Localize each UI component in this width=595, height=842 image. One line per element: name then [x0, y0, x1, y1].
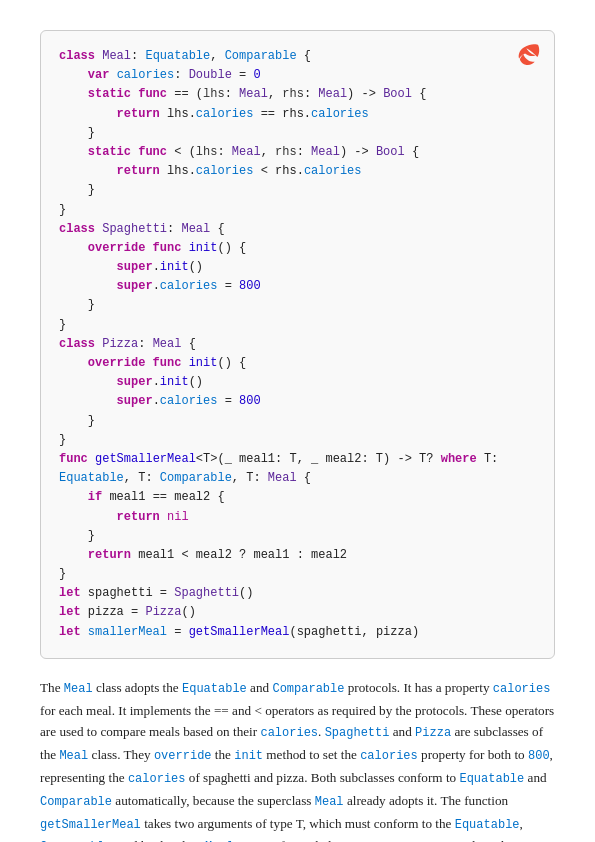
code-line-14: override func init() {: [59, 239, 536, 258]
code-line-35: let spaghetti = Spaghetti(): [59, 584, 536, 603]
code-line-2: var calories: Double = 0: [59, 66, 536, 85]
code-line-29: if meal1 == meal2 {: [59, 488, 536, 507]
code-line-10: }: [59, 181, 536, 200]
code-line-15: super.init(): [59, 258, 536, 277]
code-line-13: class Spaghetti: Meal {: [59, 220, 536, 239]
code-line-1: class Meal: Equatable, Comparable {: [59, 47, 536, 66]
code-line-27: func getSmallerMeal<T>(_ meal1: T, _ mea…: [59, 450, 536, 469]
code-line-33: }: [59, 565, 536, 584]
code-line-6: }: [59, 124, 536, 143]
code-line-16: super.calories = 800: [59, 277, 536, 296]
code-line-11: }: [59, 201, 536, 220]
code-line-30: return nil: [59, 508, 536, 527]
code-line-21: override func init() {: [59, 354, 536, 373]
code-container: class Meal: Equatable, Comparable { var …: [40, 30, 555, 659]
code-line-20: class Pizza: Meal {: [59, 335, 536, 354]
code-line-17: }: [59, 296, 536, 315]
code-line-18: }: [59, 316, 536, 335]
code-line-24: }: [59, 412, 536, 431]
code-line-22: super.init(): [59, 373, 536, 392]
code-line-23: super.calories = 800: [59, 392, 536, 411]
code-line-36: let pizza = Pizza(): [59, 603, 536, 622]
code-line-31: }: [59, 527, 536, 546]
code-line-25: }: [59, 431, 536, 450]
prose-section: The Meal class adopts the Equatable and …: [40, 677, 555, 842]
code-line-28: Equatable, T: Comparable, T: Meal {: [59, 469, 536, 488]
code-line-8: static func < (lhs: Meal, rhs: Meal) -> …: [59, 143, 536, 162]
code-line-5: return lhs.calories == rhs.calories: [59, 105, 536, 124]
code-line-37: let smallerMeal = getSmallerMeal(spaghet…: [59, 623, 536, 642]
prose-paragraph-1: The Meal class adopts the Equatable and …: [40, 677, 555, 842]
code-line-9: return lhs.calories < rhs.calories: [59, 162, 536, 181]
code-line-4: static func == (lhs: Meal, rhs: Meal) ->…: [59, 85, 536, 104]
swift-logo: [516, 41, 542, 67]
code-line-32: return meal1 < meal2 ? meal1 : meal2: [59, 546, 536, 565]
